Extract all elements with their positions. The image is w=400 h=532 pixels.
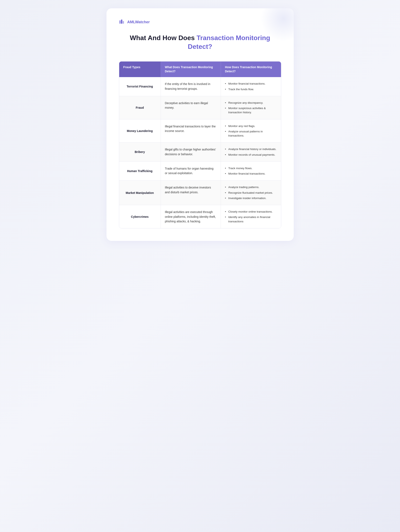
page-container: AMLWatcher What And How Does Transaction… (107, 8, 294, 241)
list-item: Closely monitor online transactions. (225, 210, 277, 214)
table-header: Fraud Types What Does Transaction Monito… (119, 62, 281, 77)
header-what-detects: What Does Transaction Monitoring Detect? (161, 62, 221, 77)
list-item: Analyze trading patterns. (225, 185, 277, 189)
svg-rect-1 (121, 19, 122, 24)
list-item: Monitor financial transactions. (225, 172, 277, 176)
cell-how-detects: Closely monitor online transactions.Iden… (221, 205, 281, 228)
cell-how-detects: Analyze financial history or individuals… (221, 143, 281, 161)
cell-fraud-type: Human Trafficking (119, 162, 161, 181)
cell-what-detects: Deceptive activities to earn illegal mon… (161, 96, 221, 119)
aml-watcher-logo-icon (119, 19, 126, 25)
cell-fraud-type: Terrorist Financing (119, 77, 161, 96)
cell-fraud-type: Cybercrimes (119, 205, 161, 228)
table-row: BriberyIllegal gifts to change higher au… (119, 143, 281, 162)
list-item: Monitor any red flags. (225, 124, 277, 128)
table-row: Terrorist FinancingIf the entity of the … (119, 77, 281, 96)
svg-rect-0 (119, 20, 121, 24)
logo-area: AMLWatcher (119, 19, 281, 25)
cell-what-detects: If the entity of the firm is involved in… (161, 77, 221, 96)
table-row: Human TraffickingTrade of humans for org… (119, 162, 281, 181)
list-item: Monitor financial transactions. (225, 82, 277, 86)
main-table: Fraud Types What Does Transaction Monito… (119, 61, 281, 228)
cell-how-detects: Analyze trading patterns.Recognize fluct… (221, 181, 281, 205)
cell-how-detects: Monitor financial transactions.Track the… (221, 77, 281, 96)
cell-fraud-type: Bribery (119, 143, 161, 161)
cell-what-detects: Illegal financial transactions to layer … (161, 120, 221, 143)
cell-what-detects: Trade of humans for organ harvesting or … (161, 162, 221, 181)
table-row: Money LaunderingIllegal financial transa… (119, 120, 281, 143)
list-item: Analyze unusual patterns in transactions… (225, 129, 277, 138)
cell-what-detects: Illegal activities to deceive investors … (161, 181, 221, 205)
list-item: Track the funds flow. (225, 87, 277, 91)
table-row: Market ManipulationIllegal activities to… (119, 181, 281, 205)
list-item: Analyze financial history or individuals… (225, 147, 277, 151)
table-row: FraudDeceptive activities to earn illega… (119, 96, 281, 120)
cell-what-detects: Illegal gifts to change higher authoriti… (161, 143, 221, 161)
list-item: Track money flows. (225, 166, 277, 171)
header-fraud-types: Fraud Types (119, 62, 161, 77)
list-item: Identify any anomalies in financial tran… (225, 215, 277, 224)
title-part1: What And How Does (130, 34, 197, 42)
list-item: Recognize fluctuated market prices. (225, 191, 277, 195)
title-part2: Transaction Monitoring Detect? (188, 34, 270, 50)
cell-fraud-type: Money Laundering (119, 120, 161, 143)
cell-how-detects: Monitor any red flags.Analyze unusual pa… (221, 120, 281, 143)
list-item: Recognize any discrepancy. (225, 101, 277, 105)
cell-fraud-type: Market Manipulation (119, 181, 161, 205)
svg-rect-2 (123, 21, 124, 24)
list-item: Investigate insider information. (225, 196, 277, 200)
list-item: Monitor records of unusual payments. (225, 153, 277, 157)
table-row: CybercrimesIllegal activities are execut… (119, 205, 281, 228)
header-how-detects: How Does Transaction Monitoring Detect? (221, 62, 281, 77)
table-body: Terrorist FinancingIf the entity of the … (119, 77, 281, 228)
logo-text: AMLWatcher (127, 20, 150, 24)
cell-how-detects: Recognize any discrepancy.Monitor suspic… (221, 96, 281, 119)
list-item: Monitor suspicious activities & transact… (225, 106, 277, 115)
cell-what-detects: Illegal activities are executed through … (161, 205, 221, 228)
cell-how-detects: Track money flows.Monitor financial tran… (221, 162, 281, 181)
cell-fraud-type: Fraud (119, 96, 161, 119)
page-title: What And How Does Transaction Monitoring… (119, 34, 281, 51)
